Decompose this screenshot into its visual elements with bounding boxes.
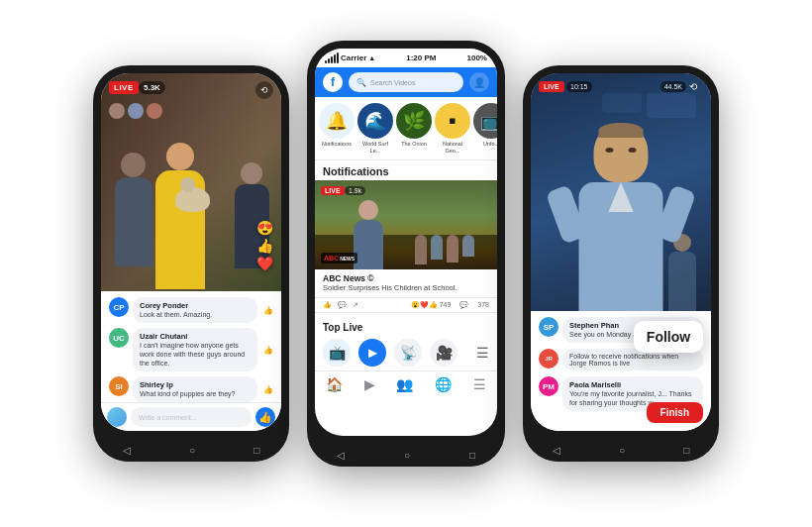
channel-other[interactable]: 📺 Unfo...: [473, 103, 497, 148]
recent-button-center[interactable]: □: [469, 450, 475, 461]
reaction-emoji-3: ❤️: [256, 256, 273, 271]
emoji-reaction-icons: 😮 ❤️ 👍: [411, 301, 438, 309]
carrier-name: Carrier: [341, 53, 366, 62]
phone-left-inner: LIVE 5.3K ⟲ 😍 👍 ❤️ CP Corey Pond: [101, 73, 281, 431]
channels-row: 🔔 Notifications 🌊 World Surf Le... 🌿 The…: [315, 97, 497, 160]
abc-news-logo: ABC NEWS: [321, 253, 357, 264]
comment-input[interactable]: Write a comment...: [131, 407, 252, 427]
phone-right-inner: LIVE 10:15 44.5K ⟲ SP Stephen Phan See y…: [531, 73, 711, 431]
comment-item-1: CP Corey Ponder Look at them. Amazing. 👍: [109, 297, 273, 323]
recent-button-left[interactable]: □: [254, 445, 259, 456]
like-button[interactable]: 👍: [323, 301, 332, 309]
home-nav-icon[interactable]: 🏠: [326, 376, 343, 392]
comment-bar: Write a comment... 👍: [101, 402, 281, 431]
back-button-right[interactable]: ◁: [553, 445, 560, 456]
right-time-badge: 10:15: [566, 81, 592, 92]
share-rotate-icon[interactable]: ⟲: [689, 81, 703, 95]
back-button-left[interactable]: ◁: [123, 445, 131, 456]
top-live-icon-4[interactable]: 🎥: [430, 339, 457, 367]
channel-onion[interactable]: 🌿 The Onion: [396, 103, 432, 148]
center-bottom-nav: 🏠 ▶ 👥 🌐 ☰: [315, 370, 497, 397]
fb-logo: f: [323, 72, 343, 92]
comment-name-1: Corey Ponder: [140, 301, 251, 310]
top-live-icon-3[interactable]: 📡: [394, 339, 422, 367]
video-nav-icon[interactable]: ▶: [364, 376, 375, 392]
comment-button[interactable]: 💬: [338, 301, 347, 309]
bg-figure-right: [668, 234, 696, 311]
top-live-label: Top Live: [315, 317, 497, 335]
home-button-right[interactable]: ○: [619, 445, 625, 456]
other-icon: 📺: [473, 103, 497, 139]
phone-center-inner: Carrier ▲ 1:20 PM 100% f 🔍 Search Videos…: [315, 49, 497, 436]
top-live-icon-1[interactable]: 📺: [323, 339, 351, 367]
presenter-jorge: [579, 123, 663, 311]
comment-text-1: Look at them. Amazing.: [140, 310, 251, 319]
home-button-left[interactable]: ○: [189, 445, 195, 456]
avatar-corey: CP: [109, 297, 129, 317]
left-viewer-count: 5.3K: [139, 81, 165, 94]
follow-popup[interactable]: Follow: [634, 321, 703, 353]
avatar-uzair: UC: [109, 328, 129, 348]
like-icon-3[interactable]: 👍: [263, 385, 273, 394]
signal-strength: [325, 53, 339, 63]
home-button-center[interactable]: ○: [404, 450, 410, 461]
avatar-jorge: JR: [539, 349, 558, 369]
reaction-emoji-2: 👍: [256, 238, 273, 254]
back-button-center[interactable]: ◁: [337, 450, 345, 461]
right-overlay-section: SP Stephen Phan See you on Monday Jorge!…: [531, 311, 711, 431]
avatar-stephen: SP: [539, 317, 558, 337]
surf-icon: 🌊: [357, 103, 393, 139]
signal-dot-5: [337, 53, 339, 63]
search-placeholder: Search Videos: [370, 79, 415, 86]
top-live-icon-2[interactable]: ▶: [358, 339, 386, 367]
channel-natgeo[interactable]: ▪ National Geo...: [435, 103, 470, 154]
left-android-nav: ◁ ○ □: [93, 439, 289, 462]
channel-notifications[interactable]: 🔔 Notifications: [319, 103, 355, 148]
like-icon-1[interactable]: 👍: [263, 306, 273, 315]
fb-search-bar: f 🔍 Search Videos 👤: [315, 67, 497, 97]
news-source: ABC News ©: [323, 273, 489, 283]
like-icon-2[interactable]: 👍: [263, 346, 273, 355]
status-bar: Carrier ▲ 1:20 PM 100%: [315, 49, 497, 67]
share-button[interactable]: ↗: [353, 301, 358, 309]
camera-switch-icon[interactable]: ⟲: [255, 81, 273, 99]
notifications-icon: 🔔: [319, 103, 355, 139]
news-view-count: 1.9k: [345, 186, 365, 195]
comment-text-3: What kind of puppies are they?: [140, 389, 251, 398]
follow-button[interactable]: Follow: [647, 329, 690, 345]
news-title: Soldier Surprises His Children at School…: [323, 283, 489, 293]
people-nav-icon[interactable]: 👥: [396, 376, 413, 392]
channel-surf[interactable]: 🌊 World Surf Le...: [357, 103, 393, 154]
menu-nav-icon[interactable]: ☰: [473, 376, 486, 392]
left-live-badge: LIVE: [109, 81, 139, 94]
menu-icon-center[interactable]: ☰: [476, 345, 489, 361]
emoji-like: 👍: [429, 301, 438, 309]
comment-item-2: UC Uzair Chutani I can't imagine how any…: [109, 328, 273, 371]
natgeo-icon: ▪: [435, 103, 470, 139]
center-android-nav: ◁ ○ □: [307, 444, 505, 467]
comment-item-3: SI Shirley Ip What kind of puppies are t…: [109, 376, 273, 402]
comment-placeholder: Write a comment...: [139, 414, 197, 421]
right-video-area: LIVE 10:15 44.5K ⟲: [531, 73, 711, 311]
people-icon[interactable]: 👤: [469, 72, 489, 92]
comment-bubble-1: Corey Ponder Look at them. Amazing.: [133, 297, 257, 323]
finish-button[interactable]: Finish: [647, 402, 703, 423]
news-item[interactable]: LIVE 1.9k ABC NEWS ABC News © Soldier Su…: [315, 180, 497, 313]
search-input[interactable]: 🔍 Search Videos: [349, 72, 463, 92]
battery-indicator: 100%: [467, 53, 487, 62]
speaker-head: [358, 200, 378, 220]
send-button[interactable]: 👍: [255, 407, 275, 427]
reactions-number: 749: [440, 301, 452, 308]
phones-container: LIVE 5.3K ⟲ 😍 👍 ❤️ CP Corey Pond: [0, 0, 812, 527]
comment-name-2: Uzair Chutani: [140, 332, 251, 341]
recent-button-right[interactable]: □: [683, 445, 689, 456]
reactions-count-group: 😮 ❤️ 👍 749: [411, 301, 452, 309]
onion-icon: 🌿: [396, 103, 432, 139]
carrier-info: Carrier ▲: [325, 53, 375, 63]
avatar-paola: PM: [539, 376, 558, 396]
follow-notification-text: Follow to receive notifications when Jor…: [569, 353, 678, 367]
separator: 💬: [459, 301, 468, 309]
channel-label-natgeo: National Geo...: [435, 141, 470, 154]
globe-nav-icon[interactable]: 🌐: [435, 376, 452, 392]
audience-row: [415, 235, 474, 264]
